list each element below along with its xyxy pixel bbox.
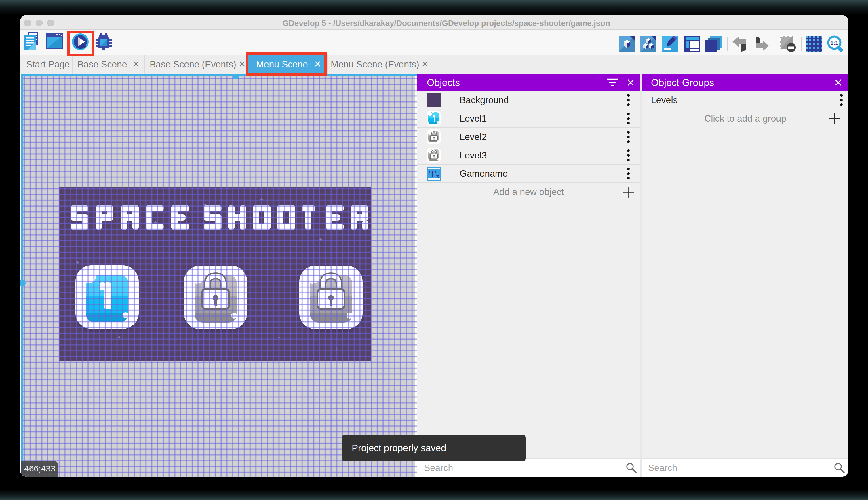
svg-text:1:1: 1:1 [830, 40, 838, 46]
svg-text:x: x [436, 173, 439, 180]
svg-text:T: T [429, 168, 436, 180]
